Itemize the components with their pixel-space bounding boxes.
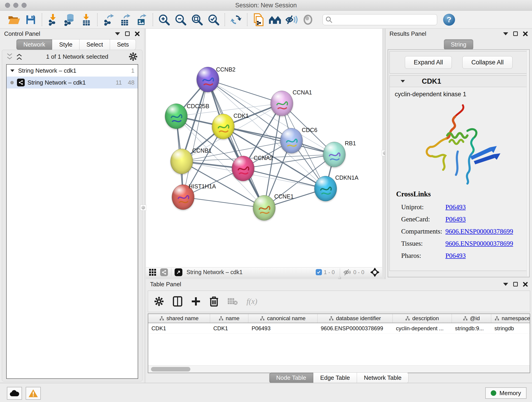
hide-graphics-details-button[interactable]: [284, 13, 298, 27]
tab-network[interactable]: Network: [16, 39, 52, 50]
crosslink-link[interactable]: P06493: [445, 252, 466, 259]
import-network-icon: [47, 13, 59, 26]
panel-float-icon[interactable]: [513, 32, 518, 36]
network-canvas[interactable]: CCNB2CCNA1CDC25BCDK1CDC6RB1CCNB1CCNA2CDK…: [146, 29, 382, 267]
section-collapse-icon[interactable]: [401, 80, 405, 83]
column-header-namespace[interactable]: namespace: [491, 314, 530, 323]
tab-sets[interactable]: Sets: [110, 39, 136, 50]
table-cell[interactable]: CDK1: [148, 323, 210, 333]
table-row[interactable]: CDK1CDK1P064939606.ENSP00000378699cyclin…: [148, 323, 530, 334]
clone-network-button[interactable]: [251, 13, 266, 27]
delete-column-icon[interactable]: [209, 296, 219, 307]
table-cell[interactable]: P06493: [248, 323, 317, 333]
network-node-ccna2[interactable]: [232, 156, 254, 181]
birds-eye-view-icon[interactable]: [175, 268, 182, 276]
cloud-button[interactable]: [7, 387, 22, 400]
network-row-selected[interactable]: String Network – cdk1 11 48: [7, 77, 138, 89]
collapse-all-button[interactable]: Collapse All: [462, 56, 513, 69]
network-node-rb1[interactable]: [323, 142, 346, 167]
tab-select[interactable]: Select: [79, 39, 110, 50]
crosslink-link[interactable]: 9606.ENSP00000378699: [445, 240, 513, 247]
crosslink-link[interactable]: P06493: [445, 203, 466, 211]
tab-node-table[interactable]: Node Table: [269, 372, 313, 383]
export-table-button[interactable]: [118, 13, 132, 27]
network-node-ccne1[interactable]: [253, 195, 275, 220]
crosslink-link[interactable]: 9606.ENSP00000378699: [445, 228, 513, 235]
toolbar-separator: [225, 13, 225, 26]
network-node-ccnb2[interactable]: [196, 67, 219, 92]
tab-network-table[interactable]: Network Table: [357, 372, 409, 383]
column-header-database-identifier[interactable]: database identifier: [317, 314, 393, 323]
import-network-file-button[interactable]: [46, 13, 60, 27]
table-cell[interactable]: 9606.ENSP00000378699: [317, 323, 393, 333]
network-collection-row[interactable]: String Network – cdk1 1: [7, 65, 138, 77]
home-button[interactable]: [268, 13, 282, 27]
network-node-ccna1[interactable]: [271, 91, 293, 116]
crosslink-label: Compartments:: [396, 228, 445, 235]
fit-selected-crosshair-icon[interactable]: [370, 268, 380, 277]
network-edges: [146, 29, 382, 267]
network-node-cdc6[interactable]: [280, 128, 303, 153]
open-session-button[interactable]: [7, 13, 21, 27]
save-session-button[interactable]: [24, 13, 38, 27]
show-columns-icon[interactable]: [173, 296, 182, 307]
table-cell[interactable]: stringdb: [491, 323, 530, 333]
panel-menu-icon[interactable]: [503, 283, 508, 286]
results-scrollbar[interactable]: [526, 50, 529, 276]
crosslink-link[interactable]: P06493: [445, 216, 466, 223]
node-structure-glyph: [232, 156, 254, 181]
table-cell[interactable]: stringdb:9...: [452, 323, 491, 333]
current-network-name: String Network – cdk1: [186, 269, 243, 275]
collapse-all-networks-icon[interactable]: [7, 53, 13, 60]
network-node-cdc25b[interactable]: [165, 104, 187, 129]
column-header-shared-name[interactable]: shared name: [148, 314, 210, 323]
zoom-out-button[interactable]: [173, 13, 188, 27]
left-splitter-handle[interactable]: [140, 205, 146, 211]
table-h-scroll-thumb[interactable]: [151, 367, 190, 371]
export-image-button[interactable]: [134, 13, 149, 27]
grid-view-icon[interactable]: [149, 268, 157, 276]
network-node-cdk1[interactable]: [212, 114, 234, 139]
panel-float-icon[interactable]: [125, 32, 130, 36]
table-cell[interactable]: CDK1: [210, 323, 248, 333]
tab-style[interactable]: Style: [52, 39, 80, 50]
column-header-description[interactable]: description: [393, 314, 452, 323]
column-header-name[interactable]: name: [210, 314, 248, 323]
panel-close-icon[interactable]: [135, 31, 140, 36]
table-cell[interactable]: cyclin-dependent ...: [393, 323, 452, 333]
network-node-cdkn1a[interactable]: [314, 176, 337, 201]
tab-edge-table[interactable]: Edge Table: [313, 372, 357, 383]
show-graphics-details-button[interactable]: [301, 13, 315, 27]
zoom-in-button[interactable]: [157, 13, 171, 27]
memory-button[interactable]: Memory: [485, 387, 526, 399]
selected-checkbox-icon[interactable]: [316, 269, 322, 275]
export-table-icon: [119, 13, 131, 26]
panel-menu-icon[interactable]: [503, 32, 508, 35]
gene-section-header[interactable]: CDK1: [390, 76, 528, 87]
refresh-layout-button[interactable]: [229, 13, 243, 27]
zoom-selected-button[interactable]: [206, 13, 221, 27]
help-button[interactable]: ?: [443, 14, 455, 26]
column-header-canonical-name[interactable]: canonical name: [248, 314, 317, 323]
panel-menu-icon[interactable]: [115, 32, 120, 35]
table-gear-icon[interactable]: [154, 296, 164, 306]
search-input[interactable]: [335, 17, 437, 23]
network-node-ccnb1[interactable]: [171, 149, 193, 174]
tree-expand-icon[interactable]: [10, 70, 14, 72]
export-network-button[interactable]: [101, 13, 116, 27]
panel-close-icon[interactable]: [523, 31, 528, 36]
expand-all-networks-icon[interactable]: [16, 53, 22, 60]
gear-icon[interactable]: [128, 52, 138, 61]
network-tab-content: 1 of 1 Network selected String Network –…: [2, 50, 143, 381]
import-table-file-button[interactable]: [79, 13, 93, 27]
tab-string[interactable]: String: [444, 39, 474, 50]
panel-float-icon[interactable]: [513, 282, 518, 287]
panel-close-icon[interactable]: [523, 282, 528, 287]
expand-all-button[interactable]: Expand All: [405, 56, 452, 69]
zoom-fit-button[interactable]: [190, 13, 204, 27]
add-column-icon[interactable]: [191, 297, 201, 306]
warnings-button[interactable]: [26, 387, 41, 400]
string-view-icon[interactable]: [160, 268, 168, 276]
column-header-@id[interactable]: @id: [452, 314, 491, 323]
import-network-database-button[interactable]: [63, 13, 77, 27]
